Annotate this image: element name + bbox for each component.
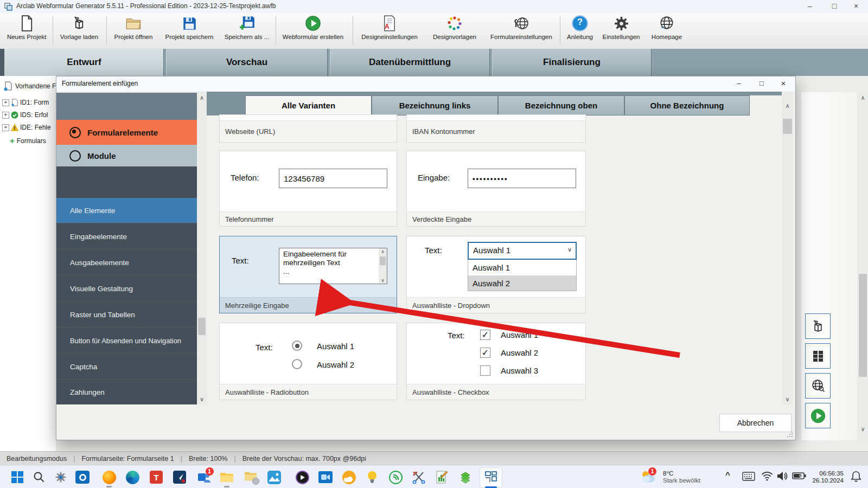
help-button[interactable]: ? Anleitung (563, 14, 597, 47)
scrollbar-thumb[interactable] (783, 119, 792, 134)
tree-item-add-page[interactable]: + Formulars (10, 136, 46, 145)
card-telefonnummer[interactable]: Telefon: 123456789 Telefonnummer (219, 151, 397, 227)
save-as-button[interactable]: Speichern als ... (220, 14, 273, 47)
expander-icon[interactable]: + (2, 99, 9, 106)
card-iban[interactable]: IBAN Kontonummer (406, 114, 586, 143)
navy-app-icon[interactable] (172, 470, 187, 485)
scroll-down-icon[interactable]: ∨ (379, 278, 387, 283)
settings-button[interactable]: Einstellungen (599, 14, 643, 47)
dialog-close-button[interactable]: × (774, 78, 793, 91)
password-input[interactable]: •••••••••• (468, 169, 576, 188)
new-project-button[interactable]: Neues Projekt (2, 14, 51, 47)
tab-finalisierung[interactable]: Finalisierung (492, 49, 652, 76)
tab-entwurf[interactable]: Entwurf (4, 49, 164, 76)
scrollbar-thumb[interactable] (198, 318, 206, 335)
search-icon[interactable] (31, 470, 47, 485)
photos-icon[interactable] (266, 470, 282, 485)
dialog-tab-bezeichnung-oben[interactable]: Bezeichnung oben (498, 95, 624, 115)
scrollbar-thumb[interactable] (380, 256, 386, 265)
category-zahlungen[interactable]: Zahlungen (56, 380, 197, 404)
arclab-app-taskbar-button[interactable] (480, 467, 502, 488)
outlook-icon[interactable] (75, 470, 90, 485)
textarea-scrollbar[interactable]: ∧ ∨ (379, 248, 387, 284)
file-explorer-icon[interactable] (219, 470, 234, 485)
radio-checked-icon[interactable] (292, 341, 302, 351)
category-alle-elemente[interactable]: Alle Elemente (56, 198, 197, 223)
main-vertical-scrollbar[interactable]: ∧ ∨ (858, 92, 868, 440)
dropdown-select[interactable]: Auswahl 1 ∨ (468, 242, 577, 260)
expander-icon[interactable]: + (2, 112, 9, 119)
mode-formularelemente[interactable]: Formularelemente (56, 120, 197, 145)
card-webseite-url[interactable]: Webseite (URL) (219, 114, 397, 143)
tray-expand-chevron[interactable]: ^ (725, 470, 730, 479)
green-stack-app-icon[interactable] (458, 470, 473, 485)
card-verdeckte-eingabe[interactable]: Eingabe: •••••••••• Verdeckte Eingabe (406, 151, 586, 227)
sidebar-scrollbar[interactable]: ∧ ∨ (197, 93, 207, 404)
category-raster-tabellen[interactable]: Raster und Tabellen (56, 302, 197, 328)
battery-icon[interactable] (792, 472, 806, 482)
dock-preview-button[interactable] (805, 403, 831, 428)
folder-tools-icon[interactable] (243, 470, 258, 485)
scroll-up-icon[interactable]: ∧ (858, 94, 868, 101)
weather-tray-icon[interactable]: 1 (640, 469, 658, 485)
volume-icon[interactable] (777, 471, 788, 483)
open-project-button[interactable]: Projekt öffnen (108, 14, 158, 47)
scroll-up-icon[interactable]: ∧ (782, 102, 793, 110)
category-buttons[interactable]: Button für Absenden und Navigation (56, 328, 197, 354)
tab-datenuebermittlung[interactable]: Datenübermittlung (330, 49, 490, 76)
scroll-down-icon[interactable]: ∨ (858, 426, 868, 433)
window-minimize-button[interactable]: – (801, 0, 819, 13)
dropdown-option[interactable]: Auswahl 2 (468, 275, 576, 291)
load-template-button[interactable]: Vorlage laden (54, 14, 104, 47)
touch-keyboard-icon[interactable] (742, 472, 755, 483)
dropdown-option[interactable]: Auswahl 1 (468, 260, 576, 275)
start-button[interactable] (10, 470, 25, 485)
category-captcha[interactable]: Captcha (56, 354, 197, 380)
resize-grip[interactable] (786, 430, 793, 438)
category-visuelle-gestaltung[interactable]: Visuelle Gestaltung (56, 276, 197, 301)
save-project-button[interactable]: Projekt speichern (161, 14, 218, 47)
checkbox-checked-icon[interactable]: ✓ (480, 348, 490, 358)
dialog-scrollbar[interactable]: ∧ ∨ (782, 93, 793, 404)
dialog-tab-bezeichnung-links[interactable]: Bezeichnung links (372, 95, 498, 115)
whatsapp-icon[interactable] (388, 470, 403, 485)
screen-record-icon[interactable] (318, 470, 333, 485)
multiline-textarea[interactable]: Eingabeelement für mehrzeiligen Text ...… (279, 248, 387, 284)
dialog-maximize-button[interactable]: □ (752, 78, 771, 91)
red-t-app-icon[interactable]: T (149, 470, 164, 485)
settings-gear-icon[interactable] (53, 470, 68, 485)
dialog-tab-ohne-bezeichnung[interactable]: Ohne Bezeichnung (624, 95, 750, 115)
design-templates-button[interactable]: Designvorlagen (426, 14, 483, 47)
card-checkbox[interactable]: Text: ✓ Auswahl 1 ✓ Auswahl 2 Auswahl 3 … (406, 323, 586, 400)
firefox-icon[interactable] (101, 470, 117, 485)
checkbox-unchecked-icon[interactable] (480, 365, 490, 376)
dock-web-button[interactable] (805, 373, 831, 399)
clock[interactable]: 06:56:35 26.10.2024 (811, 470, 844, 484)
card-dropdown[interactable]: Text: Auswahl 1 ∨ Auswahl 1 Auswahl 2 Au… (406, 236, 586, 313)
report-editor-icon[interactable] (435, 470, 450, 485)
tab-vorschau[interactable]: Vorschau (166, 49, 328, 76)
phone-input[interactable]: 123456789 (279, 169, 387, 188)
tree-item-id1[interactable]: + ID1: Form (2, 99, 49, 106)
dock-grid-button[interactable] (805, 343, 831, 369)
notification-bell-icon[interactable] (851, 471, 861, 485)
window-maximize-button[interactable]: □ (825, 0, 844, 13)
scroll-up-icon[interactable]: ∧ (197, 94, 207, 101)
lightbulb-icon[interactable] (365, 470, 380, 485)
scrollbar-thumb[interactable] (859, 274, 867, 377)
tree-item-ide[interactable]: + IDE: Fehle (2, 124, 51, 131)
edge-icon[interactable] (125, 470, 140, 485)
mode-module[interactable]: Module (56, 145, 197, 166)
tree-item-ids[interactable]: + IDS: Erfol (2, 111, 48, 119)
media-player-icon[interactable] (295, 470, 310, 485)
expander-icon[interactable]: + (2, 124, 9, 131)
dock-elements-button[interactable] (805, 313, 831, 339)
wifi-icon[interactable] (761, 471, 773, 483)
create-webform-button[interactable]: Webformular erstellen (278, 14, 348, 47)
dialog-minimize-button[interactable]: – (729, 78, 749, 91)
scroll-up-icon[interactable]: ∧ (379, 249, 387, 254)
homepage-button[interactable]: Homepage (647, 14, 687, 47)
category-ausgabeelemente[interactable]: Ausgabeelemente (56, 250, 197, 275)
teams-icon[interactable]: 1 (196, 470, 211, 485)
snipping-tool-icon[interactable] (411, 470, 426, 485)
